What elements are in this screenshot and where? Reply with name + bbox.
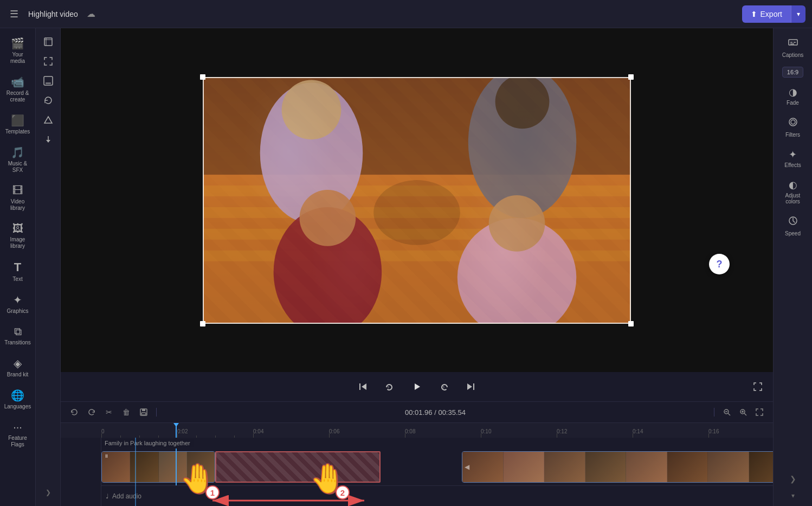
help-button[interactable]: ? [709, 254, 730, 274]
sidebar-item-image-library[interactable]: 🖼 Imagelibrary [2, 218, 34, 254]
export-button[interactable]: ⬆ Export [742, 5, 791, 23]
right-tool-effects[interactable]: ✦ Effects [776, 144, 810, 172]
zoom-controls [720, 405, 766, 419]
resize-tool-button[interactable] [39, 52, 57, 71]
selection-handle-tl[interactable] [200, 74, 205, 80]
tools-panel: ❯ [36, 28, 61, 506]
left-sidebar: 🎬 Your media 📹 Record &create ⬛ Template… [0, 28, 36, 506]
brand-kit-icon: ◈ [14, 357, 22, 370]
skip-to-end-button[interactable] [462, 378, 479, 395]
track-label-row: Family in Park laughing together [101, 438, 773, 449]
text-icon: T [14, 260, 21, 274]
audio-track: ♩ Add audio [101, 485, 773, 506]
sidebar-item-text[interactable]: T Text [2, 256, 34, 287]
play-pause-button[interactable] [407, 376, 427, 397]
zoom-out-button[interactable] [720, 405, 734, 419]
crop-tool-button[interactable] [39, 33, 57, 51]
sidebar-item-graphics[interactable]: ✦ Graphics [2, 289, 34, 319]
delete-button[interactable]: 🗑 [119, 405, 133, 419]
selection-handle-tr[interactable] [628, 74, 634, 80]
ruler-mark-08: 0:08 [405, 428, 415, 434]
collapse-right-sidebar-button[interactable]: ❯ [785, 470, 801, 488]
timeline-toolbar: ✂ 🗑 00:01.96 / 00:35.54 [61, 401, 773, 422]
track-content: Family in Park laughing together ⏸ [61, 438, 773, 506]
sidebar-label-templates: Templates [5, 129, 30, 135]
sidebar-item-transitions[interactable]: ⧉ Transitions [2, 321, 34, 350]
ruler-mark-10: 0:10 [481, 428, 491, 434]
clip-main[interactable]: ⏸ [101, 451, 215, 483]
right-tool-adjust-colors[interactable]: ◐ Adjustcolors [776, 175, 810, 209]
sidebar-label-your-media: Your media [5, 52, 30, 65]
right-tool-filters[interactable]: Filters [776, 112, 810, 142]
music-icon: 🎵 [11, 146, 24, 159]
filters-label: Filters [785, 132, 800, 138]
aspect-ratio-badge: 16:9 [782, 67, 803, 78]
expand-sidebar-button[interactable]: ❯ [39, 483, 57, 502]
sidebar-item-record-create[interactable]: 📹 Record &create [2, 71, 34, 107]
sidebar-label-brand-kit: Brand kit [7, 372, 28, 378]
media-icon: 🎬 [11, 37, 24, 50]
playback-buttons: 5 5 [355, 376, 479, 397]
filters-icon [788, 117, 798, 130]
sidebar-label-record: Record &create [7, 90, 29, 103]
right-sidebar: Captions 16:9 ◑ Fade Filters ✦ Effects ◐… [773, 28, 812, 506]
svg-rect-24 [473, 383, 474, 390]
clip-selected-region[interactable] [215, 451, 381, 483]
scroll-down-button[interactable]: ▾ [789, 490, 797, 502]
svg-point-42 [789, 118, 797, 126]
svg-point-17 [300, 190, 356, 246]
svg-rect-0 [44, 38, 52, 46]
zoom-in-button[interactable] [736, 405, 750, 419]
clip-arrow-prev-icon: ◀ [465, 463, 469, 471]
adjust-colors-label: Adjustcolors [785, 193, 801, 204]
skip-to-start-button[interactable] [355, 378, 372, 395]
save-snapshot-button[interactable] [137, 405, 151, 419]
cloud-save-icon: ☁ [87, 9, 95, 19]
right-tool-fade[interactable]: ◑ Fade [776, 82, 810, 110]
effects-icon: ✦ [789, 149, 797, 161]
redo-button[interactable] [85, 405, 99, 419]
video-frame[interactable] [203, 77, 631, 324]
svg-rect-21 [359, 383, 360, 390]
shape-triangle-button[interactable] [39, 111, 57, 129]
export-label: Export [761, 10, 782, 18]
undo-button[interactable] [67, 405, 81, 419]
ruler-mark-02: 0:02 [177, 428, 188, 434]
svg-text:5: 5 [443, 386, 444, 389]
main-content: 🎬 Your media 📹 Record &create ⬛ Template… [0, 28, 812, 506]
record-icon: 📹 [11, 75, 24, 88]
sidebar-item-feature-flags[interactable]: ··· FeatureFlags [2, 417, 34, 452]
graphics-icon: ✦ [13, 293, 22, 306]
rotate-tool-button[interactable] [39, 91, 57, 110]
sidebar-item-languages[interactable]: 🌐 Languages [2, 385, 34, 414]
sidebar-item-video-library[interactable]: 🎞 Video library [2, 180, 34, 216]
sidebar-item-brand-kit[interactable]: ◈ Brand kit [2, 353, 34, 382]
fit-to-window-button[interactable] [752, 405, 766, 419]
svg-line-32 [744, 413, 746, 415]
right-tool-speed[interactable]: Speed [776, 211, 810, 241]
caption-position-button[interactable] [39, 72, 57, 90]
image-library-icon: 🖼 [12, 222, 23, 235]
ruler-mark-16: 0:16 [708, 428, 719, 434]
export-arrow-icon: ⬆ [751, 10, 757, 18]
selection-handle-br[interactable] [628, 321, 634, 326]
rewind-button[interactable]: 5 [381, 378, 398, 395]
sidebar-label-text: Text [12, 276, 22, 283]
add-audio-button[interactable]: ♩ Add audio [101, 490, 146, 502]
timeline-tracks-wrapper: Family in Park laughing together ⏸ [61, 438, 773, 506]
sidebar-item-your-media[interactable]: 🎬 Your media [2, 33, 34, 69]
video-canvas [203, 77, 631, 324]
right-tool-captions[interactable]: Captions [776, 33, 810, 62]
sidebar-item-music-sfx[interactable]: 🎵 Music & SFX [2, 142, 34, 178]
hamburger-menu-icon[interactable]: ☰ [7, 8, 22, 20]
selection-handle-bl[interactable] [200, 321, 205, 326]
export-dropdown-button[interactable]: ▾ [791, 5, 805, 23]
fullscreen-button[interactable] [749, 378, 766, 395]
cut-button[interactable]: ✂ [102, 405, 116, 419]
sidebar-item-templates[interactable]: ⬛ Templates [2, 110, 34, 139]
forward-button[interactable]: 5 [436, 378, 453, 395]
speed-label: Speed [785, 230, 801, 236]
clip-second[interactable]: ◀ ▶ [462, 451, 773, 483]
align-tool-button[interactable] [39, 130, 57, 149]
timeline-area: ✂ 🗑 00:01.96 / 00:35.54 [61, 401, 773, 506]
